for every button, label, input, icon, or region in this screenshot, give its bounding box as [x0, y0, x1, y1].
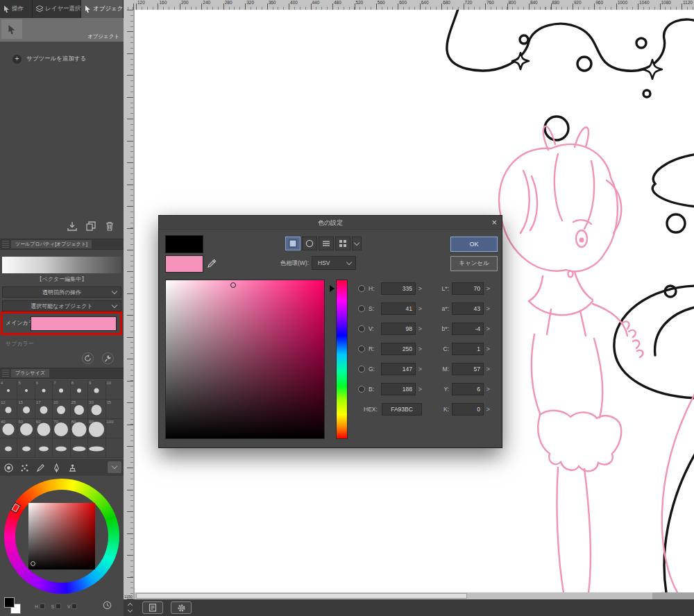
trash-icon[interactable]: [104, 221, 115, 232]
brush-size-cell[interactable]: 90: [88, 419, 105, 438]
brush-size-cell[interactable]: [53, 438, 70, 458]
reset-icon[interactable]: [82, 352, 94, 364]
brush-size-cell[interactable]: 5: [17, 380, 35, 400]
brush-size-cell[interactable]: 35: [106, 400, 124, 419]
horizontal-scrollbar[interactable]: [135, 592, 652, 599]
transparent-area-dropdown[interactable]: 透明箇所の操作: [2, 286, 121, 298]
field-value-input[interactable]: 6: [452, 383, 484, 395]
foreground-color-swatch[interactable]: [4, 597, 15, 608]
field-radio[interactable]: [358, 386, 365, 393]
brush-size-cell[interactable]: [17, 438, 35, 458]
segment-chevron-button[interactable]: [352, 237, 362, 250]
hue-slider[interactable]: [336, 280, 348, 439]
color-model-select[interactable]: HSV: [312, 256, 356, 270]
ok-button[interactable]: OK: [450, 237, 498, 252]
brush-size-cell[interactable]: 100: [106, 419, 124, 438]
brush-size-cell[interactable]: [106, 438, 124, 458]
saturation-value-square[interactable]: [28, 503, 95, 570]
tab-operation[interactable]: 操作: [0, 0, 33, 18]
brush-size-cell[interactable]: 80: [71, 419, 88, 438]
color-set-mode-icon[interactable]: [335, 237, 350, 250]
spinner-icon[interactable]: >: [416, 325, 425, 332]
expand-panel-button[interactable]: [108, 461, 121, 473]
hsv-toggle[interactable]: H: [35, 604, 45, 609]
marker-icon[interactable]: [36, 463, 45, 472]
spinner-icon[interactable]: >: [484, 325, 493, 332]
duplicate-icon[interactable]: [85, 221, 96, 232]
color-wheel[interactable]: [3, 477, 121, 595]
pen-icon[interactable]: [52, 463, 61, 472]
saturation-value-picker[interactable]: [165, 280, 325, 439]
hsv-toggle[interactable]: S: [51, 604, 61, 609]
brush-size-header[interactable]: ブラシサイズ: [0, 368, 124, 379]
brush-size-cell[interactable]: 30: [88, 400, 105, 419]
stamp-icon[interactable]: [68, 463, 77, 472]
color-history-icon[interactable]: [103, 601, 112, 610]
brush-size-cell[interactable]: 60: [35, 419, 53, 438]
hsv-toggle[interactable]: V: [67, 604, 77, 609]
field-value-input[interactable]: 98: [381, 323, 416, 335]
sv-picker-marker[interactable]: [230, 282, 236, 288]
sv-square-mode-icon[interactable]: [285, 237, 301, 250]
field-value-input[interactable]: 43: [452, 302, 484, 315]
field-value-input[interactable]: 147: [381, 363, 416, 375]
field-radio[interactable]: [358, 325, 365, 332]
brush-size-cell[interactable]: 4: [0, 380, 17, 400]
brush-size-cell[interactable]: 15: [17, 400, 35, 419]
brush-size-cell[interactable]: [71, 438, 88, 458]
slider-mode-icon[interactable]: [319, 237, 334, 250]
settings-button[interactable]: [171, 601, 192, 614]
brush-size-cell[interactable]: 8: [71, 380, 88, 400]
brush-size-cell[interactable]: 6: [35, 380, 53, 400]
spinner-icon[interactable]: >: [484, 345, 493, 352]
collapse-toggle[interactable]: [127, 602, 134, 613]
spinner-icon[interactable]: >: [484, 386, 493, 393]
brush-size-cell[interactable]: [0, 438, 17, 458]
tab-layer-select[interactable]: レイヤー選択: [33, 0, 81, 18]
add-subtool-button[interactable]: + サブツールを追加する: [12, 53, 86, 65]
spinner-icon[interactable]: >: [484, 305, 493, 312]
field-value-input[interactable]: 41: [381, 302, 416, 315]
color-circle-mode-icon[interactable]: [302, 237, 317, 250]
navigator-button[interactable]: [142, 601, 163, 614]
field-value-input[interactable]: 250: [381, 343, 416, 355]
brush-size-cell[interactable]: 50: [17, 419, 35, 438]
cancel-button[interactable]: キャンセル: [450, 256, 498, 271]
selectable-object-dropdown[interactable]: 選択可能なオブジェクト: [2, 300, 121, 311]
field-radio[interactable]: [358, 285, 365, 292]
dialog-titlebar[interactable]: 色の設定 ×: [159, 216, 502, 230]
brush-size-cell[interactable]: 7: [53, 380, 70, 400]
main-color-swatch[interactable]: [31, 316, 117, 331]
selected-subtool-row[interactable]: オブジェクト: [0, 18, 124, 42]
sv-marker[interactable]: [31, 561, 35, 566]
spinner-icon[interactable]: >: [416, 366, 425, 373]
field-value-input[interactable]: -4: [452, 323, 484, 335]
spinner-icon[interactable]: >: [484, 285, 493, 292]
hue-slider-marker-icon[interactable]: [330, 285, 335, 292]
field-value-input[interactable]: 188: [381, 383, 416, 395]
brush-size-cell[interactable]: 10: [106, 380, 124, 400]
tool-property-header[interactable]: ツールプロパティ[オブジェクト]: [0, 239, 124, 250]
field-radio[interactable]: [358, 305, 365, 312]
spinner-icon[interactable]: >: [416, 345, 425, 352]
brush-size-cell[interactable]: [35, 438, 53, 458]
spinner-icon[interactable]: >: [484, 406, 493, 413]
brush-size-cell[interactable]: 17: [35, 400, 53, 419]
spinner-icon[interactable]: >: [416, 285, 425, 292]
field-value-input[interactable]: 335: [381, 282, 416, 295]
brush-size-cell[interactable]: 25: [71, 400, 88, 419]
spinner-icon[interactable]: >: [416, 305, 425, 312]
tab-object[interactable]: オブジェクト: [81, 0, 124, 18]
import-icon[interactable]: [67, 221, 78, 232]
field-value-input[interactable]: 70: [452, 282, 484, 295]
wrench-icon[interactable]: [102, 352, 114, 364]
field-radio[interactable]: [358, 366, 365, 373]
brush-size-cell[interactable]: 70: [53, 419, 70, 438]
spinner-icon[interactable]: >: [484, 366, 493, 373]
eyedropper-icon[interactable]: [208, 259, 217, 268]
brush-size-cell[interactable]: 40: [0, 419, 17, 438]
field-value-input[interactable]: 57: [452, 363, 484, 375]
close-icon[interactable]: ×: [491, 216, 497, 230]
brush-size-cell[interactable]: 20: [53, 400, 70, 419]
spray-icon[interactable]: [20, 463, 29, 472]
